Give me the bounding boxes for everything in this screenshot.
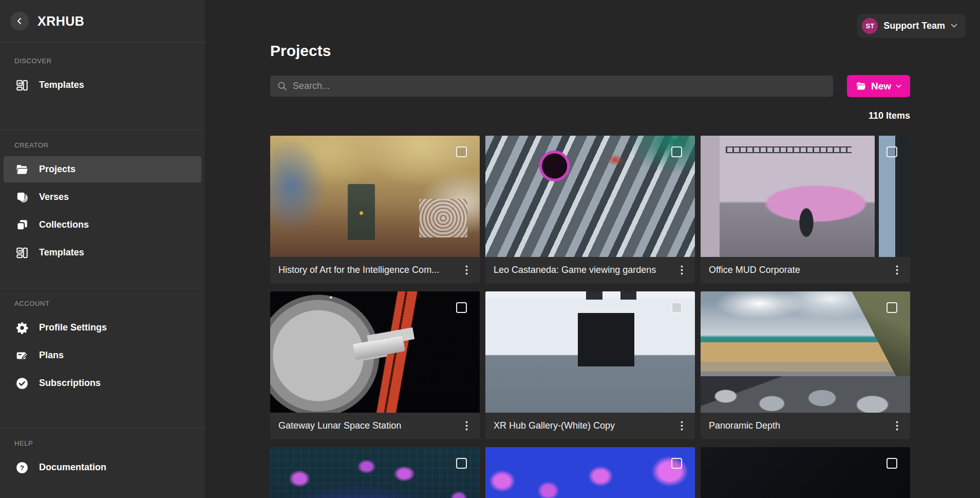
app-logo: XRHUB — [37, 14, 84, 29]
select-checkbox[interactable] — [456, 146, 467, 157]
section-label: ACCOUNT — [0, 300, 205, 307]
sidebar-item-label: Plans — [39, 350, 64, 361]
sidebar-item-label: Profile Settings — [39, 322, 107, 333]
card-title-bar: Office MUD Corporate — [701, 257, 910, 283]
sidebar-item-verses[interactable]: Verses — [4, 184, 201, 210]
select-checkbox[interactable] — [671, 302, 682, 313]
project-title: History of Art for the Intelligence Com.… — [278, 265, 457, 275]
more-options-button[interactable] — [457, 417, 476, 435]
avatar: ST — [862, 18, 878, 34]
sidebar-item-subscriptions[interactable]: Subscriptions — [4, 370, 201, 396]
layers-icon — [15, 190, 29, 205]
card-title-bar: Panoramic Depth — [701, 413, 910, 439]
kebab-icon — [681, 265, 683, 275]
project-title: Office MUD Corporate — [709, 265, 888, 275]
more-options-button[interactable] — [457, 261, 476, 280]
sidebar-item-plans[interactable]: Plans — [4, 342, 201, 368]
section-label: CREATOR — [0, 141, 205, 149]
more-options-button[interactable] — [672, 417, 691, 435]
card-edit-icon — [15, 348, 29, 363]
project-card[interactable]: Leo Castaneda: Game viewing gardens — [485, 136, 695, 283]
card-title-bar: XR Hub Gallery-(White) Copy — [485, 413, 695, 439]
project-thumbnail-coastal-beach-rocks[interactable] — [701, 291, 910, 413]
main-content: ST Support Team Projects New 110 Items H… — [205, 0, 980, 498]
select-checkbox[interactable] — [887, 458, 897, 469]
collections-icon — [15, 218, 29, 232]
project-title: Gateway Lunar Space Station — [278, 420, 457, 431]
sidebar-section-help: HELP ? Documentation — [0, 428, 205, 481]
card-title-bar: Gateway Lunar Space Station — [270, 413, 480, 439]
kebab-icon — [896, 421, 898, 431]
user-name: Support Team — [883, 21, 945, 31]
sidebar-item-templates[interactable]: Templates — [4, 72, 201, 98]
project-thumbnail-renaissance-fresco-room[interactable] — [270, 136, 480, 257]
sidebar-item-label: Templates — [39, 247, 84, 258]
project-title: Leo Castaneda: Game viewing gardens — [494, 265, 672, 275]
templates-icon — [15, 78, 29, 93]
projects-grid: History of Art for the Intelligence Com.… — [270, 136, 910, 498]
sidebar-item-label: Documentation — [39, 462, 106, 473]
select-checkbox[interactable] — [887, 302, 897, 313]
project-thumbnail-liquid-chrome-abstract[interactable] — [485, 136, 695, 257]
sidebar-item-projects[interactable]: Projects — [4, 156, 201, 182]
chevron-down-icon — [951, 24, 957, 28]
project-card[interactable] — [701, 447, 910, 498]
kebab-icon — [465, 421, 468, 431]
kebab-icon — [465, 265, 468, 275]
select-checkbox[interactable] — [671, 458, 682, 469]
folder-open-icon — [856, 81, 866, 91]
user-menu-button[interactable]: ST Support Team — [857, 14, 966, 38]
select-checkbox[interactable] — [887, 146, 897, 157]
project-title: XR Hub Gallery-(White) Copy — [494, 420, 672, 431]
sidebar-header: XRHUB — [0, 0, 205, 43]
search-icon — [277, 81, 287, 91]
project-thumbnail-vaporwave-blue-palms[interactable] — [485, 447, 695, 498]
project-thumbnail-corporate-meeting-room[interactable] — [701, 136, 910, 257]
sidebar: XRHUB DISCOVER Templates CREATOR Project… — [0, 0, 205, 498]
sidebar-section-creator: CREATOR Projects Verses Collections Temp… — [0, 130, 205, 288]
sidebar-item-documentation[interactable]: ? Documentation — [4, 454, 201, 481]
sidebar-section-discover: DISCOVER Templates — [0, 43, 205, 130]
more-options-button[interactable] — [888, 261, 906, 280]
sidebar-item-label: Verses — [39, 192, 69, 202]
chevron-left-icon — [16, 17, 23, 25]
more-options-button[interactable] — [888, 417, 906, 435]
sidebar-item-collections[interactable]: Collections — [4, 212, 201, 238]
project-card[interactable]: XR Hub Gallery-(White) Copy — [485, 291, 695, 439]
card-title-bar: History of Art for the Intelligence Com.… — [270, 257, 480, 283]
templates-icon — [15, 246, 29, 260]
select-checkbox[interactable] — [456, 458, 467, 469]
section-label: HELP — [0, 439, 205, 447]
project-card[interactable]: History of Art for the Intelligence Com.… — [270, 136, 480, 283]
project-card[interactable] — [270, 447, 480, 498]
project-card[interactable]: Office MUD Corporate — [701, 136, 910, 283]
search-input[interactable] — [293, 81, 826, 91]
project-thumbnail-vaporwave-dark-island[interactable] — [270, 447, 480, 498]
project-title: Panoramic Depth — [709, 420, 888, 431]
sidebar-item-profile-settings[interactable]: Profile Settings — [4, 315, 201, 341]
new-button[interactable]: New — [847, 75, 910, 97]
project-thumbnail-white-gallery-room[interactable] — [485, 291, 695, 413]
project-thumbnail-moon-space-station[interactable] — [270, 291, 480, 413]
chevron-down-icon — [896, 84, 901, 88]
select-checkbox[interactable] — [671, 146, 682, 157]
sidebar-item-label: Projects — [39, 164, 76, 175]
sidebar-item-label: Collections — [39, 219, 89, 230]
page-title: Projects — [270, 42, 910, 60]
toolbar: New — [270, 75, 910, 97]
project-card[interactable] — [485, 447, 695, 498]
project-card[interactable]: Panoramic Depth — [701, 291, 910, 439]
sidebar-section-account: ACCOUNT Profile Settings Plans Subscript… — [0, 288, 205, 428]
search-bar — [270, 76, 833, 97]
section-label: DISCOVER — [0, 57, 205, 65]
project-card[interactable]: Gateway Lunar Space Station — [270, 291, 480, 439]
project-thumbnail-dark-empty-scene[interactable] — [701, 447, 910, 498]
select-checkbox[interactable] — [456, 302, 467, 313]
collapse-sidebar-button[interactable] — [10, 12, 29, 30]
sidebar-item-templates-creator[interactable]: Templates — [4, 239, 201, 266]
more-options-button[interactable] — [672, 261, 691, 280]
kebab-icon — [681, 421, 683, 431]
svg-text:?: ? — [20, 464, 24, 471]
kebab-icon — [896, 265, 898, 275]
items-count: 110 Items — [270, 110, 910, 121]
